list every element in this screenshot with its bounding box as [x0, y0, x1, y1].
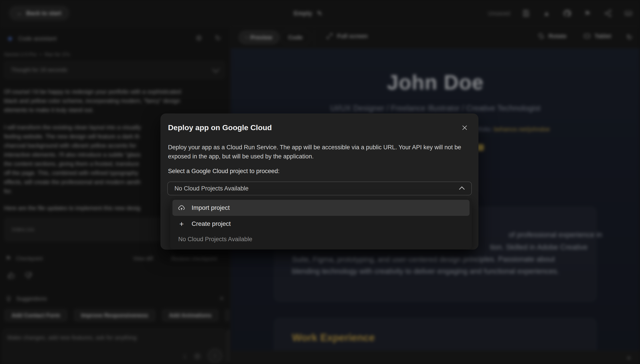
chevron-up-icon — [459, 186, 465, 192]
project-select[interactable]: No Cloud Projects Available — [167, 182, 472, 195]
menu-empty-state: No Cloud Projects Available — [178, 236, 252, 243]
menu-item-import-project[interactable]: Import project — [172, 200, 470, 216]
plus-icon: + — [178, 220, 185, 228]
app-window: ← Back to start Empty ✎ Unsaved ▲ ⚑ — [0, 0, 640, 364]
menu-item-label: Import project — [192, 204, 230, 211]
modal-close-button[interactable] — [461, 124, 469, 132]
cloud-import-icon — [178, 204, 185, 212]
close-icon — [461, 124, 468, 131]
project-select-value: No Cloud Projects Available — [174, 185, 248, 192]
modal-title: Deploy app on Google Cloud — [168, 123, 272, 132]
modal-description: Deploy your app as a Cloud Run Service. … — [168, 143, 469, 161]
project-select-menu: Import project + Create project No Cloud… — [170, 198, 472, 249]
deploy-modal: Deploy app on Google Cloud Deploy your a… — [160, 114, 478, 250]
menu-item-create-project[interactable]: + Create project — [172, 216, 470, 232]
menu-item-label: Create project — [192, 220, 231, 228]
project-select-label: Select a Google Cloud project to proceed… — [168, 168, 280, 175]
